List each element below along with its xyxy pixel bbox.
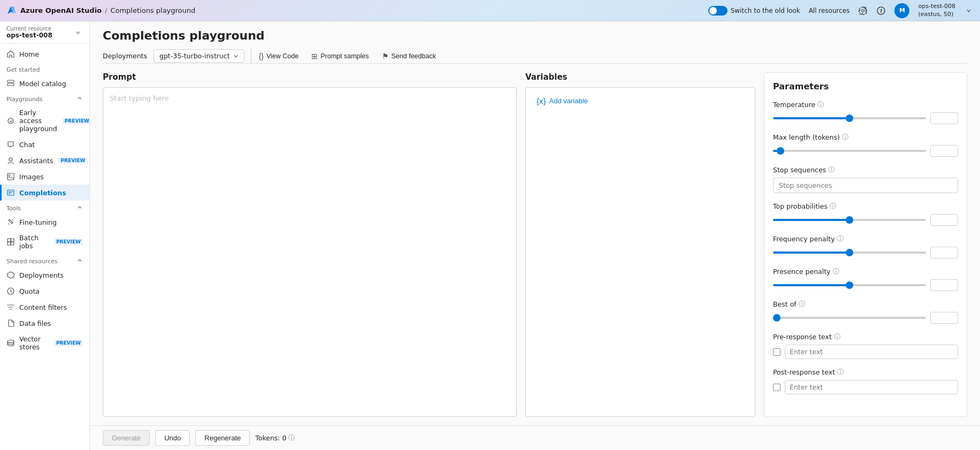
sidebar-item-images[interactable]: Images <box>0 169 89 185</box>
home-icon <box>6 50 15 58</box>
frequency-penalty-slider-row: 0 <box>773 247 958 258</box>
frequency-penalty-param: Frequency penalty ⓘ 0 <box>773 234 958 258</box>
regenerate-button[interactable]: Regenerate <box>195 430 250 446</box>
dropdown-chevron-icon <box>233 54 239 59</box>
view-code-label: View Code <box>266 52 298 60</box>
pre-response-checkbox[interactable] <box>773 348 780 356</box>
temperature-value[interactable]: 1 <box>930 112 958 124</box>
deployments-nav-label: Deployments <box>19 271 64 279</box>
variables-content: {x} Add variable <box>525 87 755 417</box>
prompt-samples-button[interactable]: ⊞ Prompt samples <box>306 49 374 64</box>
user-name: ops-test-008 <box>918 3 955 10</box>
sidebar-item-home[interactable]: Home <box>0 46 89 62</box>
sidebar-item-vector-stores[interactable]: Vector stores PREVIEW <box>0 331 89 355</box>
resource-value: ops-test-008 <box>6 32 52 39</box>
vector-stores-badge: PREVIEW <box>54 340 83 346</box>
post-response-checkbox[interactable] <box>773 384 780 391</box>
topbar: Azure OpenAI Studio / Completions playgr… <box>0 0 980 21</box>
add-variable-label: Add variable <box>549 97 588 105</box>
sidebar-item-completions[interactable]: Completions <box>0 185 89 201</box>
sidebar-item-quota[interactable]: Quota <box>0 283 89 299</box>
pre-response-row <box>773 345 958 359</box>
send-feedback-label: Send feedback <box>392 52 436 60</box>
sidebar-resource-info: Current resource ops-test-008 <box>6 26 52 39</box>
stop-sequences-label: Stop sequences ⓘ <box>773 165 958 174</box>
sidebar-item-deployments[interactable]: Deployments <box>0 267 89 283</box>
tokens-info: Tokens: 0 ⓘ <box>255 433 295 443</box>
presence-penalty-slider[interactable] <box>773 284 926 286</box>
pre-response-input[interactable] <box>785 345 958 359</box>
undo-button[interactable]: Undo <box>155 430 190 446</box>
post-response-input[interactable] <box>785 380 958 394</box>
temperature-slider[interactable] <box>773 117 926 119</box>
page-header: Completions playground Deployments gpt-3… <box>90 21 980 64</box>
presence-penalty-slider-row: 0 <box>773 279 958 291</box>
sidebar-item-assistants[interactable]: Assistants PREVIEW <box>0 152 89 169</box>
top-probabilities-label: Top probabilities ⓘ <box>773 202 958 211</box>
tools-label: Tools <box>6 205 21 212</box>
fine-tuning-icon <box>6 218 15 226</box>
settings-icon[interactable] <box>858 6 868 16</box>
sidebar-get-started-header: Get started <box>0 62 89 75</box>
variables-title: Variables <box>525 72 755 82</box>
sidebar-item-batch-jobs[interactable]: Batch jobs PREVIEW <box>0 230 89 254</box>
best-of-label: Best of ⓘ <box>773 300 958 309</box>
svg-rect-11 <box>7 239 11 242</box>
best-of-info-icon: ⓘ <box>799 300 805 309</box>
max-length-info-icon: ⓘ <box>842 133 848 142</box>
content-area: Completions playground Deployments gpt-3… <box>90 21 980 450</box>
sidebar-item-early-access[interactable]: Early access playground PREVIEW <box>0 105 89 136</box>
switch-text: Switch to the old look <box>731 7 800 14</box>
top-probabilities-value[interactable]: 0.5 <box>930 214 958 226</box>
all-resources-link[interactable]: All resources <box>809 7 850 14</box>
add-variable-button[interactable]: {x} Add variable <box>532 94 592 108</box>
best-of-value[interactable]: 1 <box>930 312 958 324</box>
post-response-row <box>773 380 958 394</box>
svg-rect-13 <box>7 242 11 245</box>
model-catalog-label: Model catalog <box>19 80 66 88</box>
presence-penalty-info-icon: ⓘ <box>833 267 839 276</box>
max-length-label: Max length (tokens) ⓘ <box>773 133 958 142</box>
images-label: Images <box>19 173 44 181</box>
assistants-badge: PREVIEW <box>58 157 87 164</box>
user-avatar[interactable]: M <box>894 3 909 18</box>
sidebar-item-data-files[interactable]: Data files <box>0 315 89 331</box>
sidebar-item-content-filters[interactable]: Content filters <box>0 299 89 315</box>
frequency-penalty-value[interactable]: 0 <box>930 247 958 258</box>
user-info[interactable]: ops-test-008 (eastus, 50) <box>918 3 955 18</box>
max-length-value[interactable]: 100 <box>930 145 958 157</box>
old-look-toggle[interactable] <box>708 6 728 16</box>
prompt-textarea[interactable] <box>103 87 517 417</box>
assistants-label: Assistants <box>19 157 53 165</box>
stop-sequences-input[interactable] <box>773 178 958 193</box>
best-of-param: Best of ⓘ 1 <box>773 300 958 324</box>
sidebar-item-fine-tuning[interactable]: Fine-tuning <box>0 214 89 230</box>
deployment-dropdown[interactable]: gpt-35-turbo-instruct <box>154 49 244 63</box>
switch-label: Switch to the old look <box>708 6 800 16</box>
presence-penalty-value[interactable]: 0 <box>930 279 958 291</box>
pre-response-info-icon: ⓘ <box>834 332 840 341</box>
view-code-button[interactable]: {} View Code <box>251 49 304 64</box>
model-catalog-icon <box>6 79 15 88</box>
params-title: Parameters <box>773 81 958 91</box>
sidebar-item-model-catalog[interactable]: Model catalog <box>0 75 89 91</box>
content-filters-icon <box>6 303 15 311</box>
sidebar-item-chat[interactable]: Chat <box>0 136 89 152</box>
frequency-penalty-slider[interactable] <box>773 251 926 254</box>
send-feedback-button[interactable]: ⚑ Send feedback <box>377 49 441 64</box>
user-chevron-icon[interactable] <box>964 6 974 16</box>
frequency-penalty-label: Frequency penalty ⓘ <box>773 234 958 243</box>
shared-resources-label: Shared resources <box>6 258 58 265</box>
max-length-slider[interactable] <box>773 150 926 152</box>
temperature-info-icon: ⓘ <box>817 100 824 109</box>
best-of-slider[interactable] <box>773 317 926 319</box>
frequency-penalty-info-icon: ⓘ <box>837 234 844 243</box>
temperature-param: Temperature ⓘ 1 <box>773 100 958 124</box>
resource-expand-icon[interactable] <box>73 28 83 37</box>
pre-response-label: Pre-response text ⓘ <box>773 332 958 341</box>
top-probabilities-slider-row: 0.5 <box>773 214 958 226</box>
feedback-icon: ⚑ <box>382 52 389 60</box>
top-probabilities-slider[interactable] <box>773 219 926 221</box>
toolbar: Deployments gpt-35-turbo-instruct {} Vie… <box>103 49 967 64</box>
help-icon[interactable]: ? <box>876 6 886 16</box>
